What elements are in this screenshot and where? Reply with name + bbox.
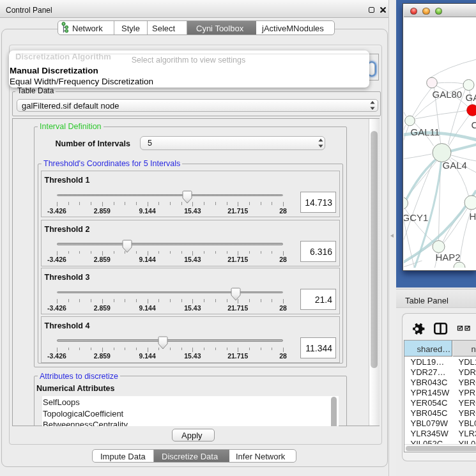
svg-text:GAL11: GAL11 xyxy=(410,127,440,137)
svg-text:GA: GA xyxy=(465,92,476,103)
svg-text:GAL80: GAL80 xyxy=(432,89,462,100)
svg-text:HAP2: HAP2 xyxy=(435,252,460,263)
svg-text:GAL4: GAL4 xyxy=(442,160,466,171)
svg-text:HI: HI xyxy=(469,211,476,222)
svg-text:C: C xyxy=(471,119,476,130)
svg-text:GCY1: GCY1 xyxy=(404,212,428,223)
